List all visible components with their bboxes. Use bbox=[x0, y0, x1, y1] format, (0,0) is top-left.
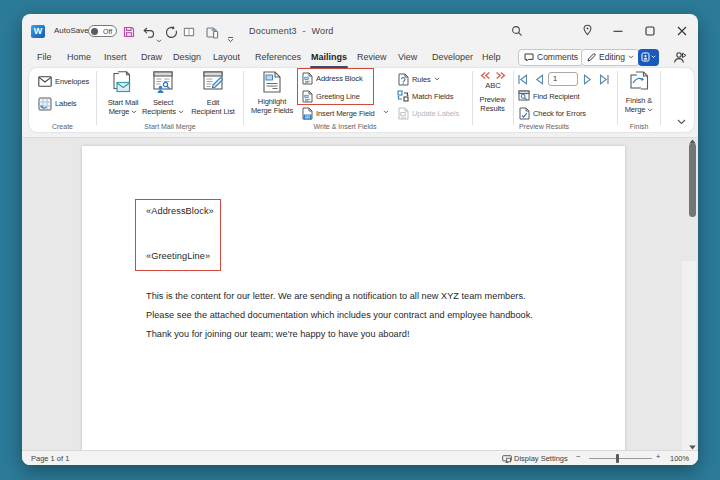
next-record-button[interactable] bbox=[583, 73, 592, 86]
comments-button[interactable]: Comments bbox=[518, 49, 584, 66]
svg-text:ABC: ABC bbox=[485, 81, 501, 90]
undo-dropdown-chevron[interactable] bbox=[156, 29, 162, 47]
find-recipient-button[interactable]: Find Recipient bbox=[518, 89, 580, 103]
word-app-icon[interactable]: W bbox=[31, 25, 45, 38]
document-title: Document3 - Word bbox=[249, 26, 334, 36]
save-icon[interactable] bbox=[123, 26, 136, 38]
envelope-icon bbox=[38, 76, 52, 87]
page-indicator[interactable]: Page 1 of 1 bbox=[31, 454, 69, 463]
address-block-field[interactable]: «AddressBlock» bbox=[146, 206, 214, 216]
insert-merge-field-button[interactable]: Insert Merge Field bbox=[302, 106, 375, 120]
update-labels-button[interactable]: Update Labels bbox=[398, 106, 459, 120]
undo-icon[interactable] bbox=[142, 26, 155, 38]
body-paragraph-2[interactable]: Please see the attached documentation wh… bbox=[146, 310, 533, 320]
tab-home[interactable]: Home bbox=[67, 49, 91, 65]
minimize-button[interactable] bbox=[612, 23, 627, 38]
highlight-merge-fields-button[interactable]: Highlight Merge Fields bbox=[244, 71, 300, 115]
zoom-slider-track[interactable] bbox=[589, 458, 652, 459]
chevron-down-icon bbox=[651, 55, 656, 59]
insert-merge-field-icon bbox=[302, 107, 313, 120]
zoom-slider-thumb[interactable] bbox=[616, 454, 619, 463]
edit-recipient-list-button[interactable]: Edit Recipient List bbox=[185, 71, 241, 116]
tab-layout[interactable]: Layout bbox=[213, 49, 240, 65]
editing-mode-dropdown[interactable]: Editing bbox=[581, 49, 640, 66]
body-paragraph-1[interactable]: This is the content for our letter. We a… bbox=[146, 291, 526, 301]
sync-device-icon[interactable] bbox=[206, 26, 219, 38]
tab-developer[interactable]: Developer bbox=[432, 49, 473, 65]
document-page[interactable]: «AddressBlock» «GreetingLine» This is th… bbox=[82, 146, 625, 450]
zoom-level[interactable]: 100% bbox=[670, 454, 689, 463]
tab-view[interactable]: View bbox=[398, 49, 417, 65]
qat-overflow-chevron[interactable] bbox=[227, 29, 234, 47]
tab-help[interactable]: Help bbox=[482, 49, 501, 65]
chevron-down-icon bbox=[628, 55, 634, 59]
finish-merge-icon bbox=[630, 71, 649, 92]
display-settings-label[interactable]: Display Settings bbox=[514, 454, 568, 463]
rules-icon bbox=[398, 73, 409, 86]
envelopes-label: Envelopes bbox=[55, 77, 89, 86]
update-labels-icon bbox=[398, 107, 409, 120]
chevron-down-icon bbox=[434, 77, 440, 81]
preview-results-button[interactable]: ABC Preview Results bbox=[465, 71, 520, 113]
select-recipients-button[interactable]: Select Recipients bbox=[135, 71, 191, 116]
greeting-line-icon bbox=[302, 90, 313, 103]
autosave-toggle[interactable]: Off bbox=[88, 25, 117, 37]
finish-merge-label-1: Finish & bbox=[611, 96, 667, 105]
match-fields-label: Match Fields bbox=[412, 92, 453, 101]
select-recipients-icon bbox=[153, 71, 174, 94]
tab-review[interactable]: Review bbox=[357, 49, 387, 65]
scrollbar-thumb[interactable] bbox=[689, 143, 696, 217]
last-record-button[interactable] bbox=[599, 73, 610, 86]
display-settings-icon[interactable] bbox=[502, 455, 512, 465]
address-block-icon bbox=[302, 72, 313, 85]
close-button[interactable] bbox=[676, 23, 691, 38]
read-mode-icon[interactable] bbox=[183, 26, 196, 38]
envelopes-button[interactable]: Envelopes bbox=[38, 73, 89, 90]
start-mail-merge-icon bbox=[113, 71, 133, 94]
chevron-down-icon bbox=[647, 108, 653, 112]
record-number-input[interactable]: 1 bbox=[548, 72, 578, 86]
document-canvas[interactable]: «AddressBlock» «GreetingLine» This is th… bbox=[22, 137, 698, 450]
update-labels-label: Update Labels bbox=[412, 109, 459, 118]
edit-recipient-list-label-2: Recipient List bbox=[185, 107, 241, 116]
share-button[interactable] bbox=[638, 49, 659, 66]
presence-people-icon[interactable] bbox=[673, 50, 687, 68]
tab-file[interactable]: File bbox=[37, 49, 52, 65]
tab-insert[interactable]: Insert bbox=[104, 49, 127, 65]
vertical-scrollbar[interactable] bbox=[682, 261, 696, 450]
body-paragraph-3[interactable]: Thank you for joining our team; we're ha… bbox=[146, 329, 409, 339]
search-icon[interactable] bbox=[511, 23, 526, 38]
check-for-errors-button[interactable]: Check for Errors bbox=[519, 106, 586, 120]
redo-icon[interactable] bbox=[165, 26, 178, 38]
maximize-button[interactable] bbox=[644, 23, 659, 38]
highlight-merge-fields-label-2: Merge Fields bbox=[244, 106, 300, 115]
tab-draw[interactable]: Draw bbox=[141, 49, 162, 65]
greeting-line-field[interactable]: «GreetingLine» bbox=[146, 251, 210, 261]
tab-references[interactable]: References bbox=[255, 49, 301, 65]
greeting-line-button[interactable]: Greeting Line bbox=[302, 89, 360, 103]
select-recipients-label-1: Select bbox=[135, 98, 191, 107]
chevron-down-icon bbox=[178, 110, 184, 114]
pin-icon[interactable] bbox=[582, 23, 597, 38]
highlight-merge-fields-icon bbox=[263, 71, 281, 93]
preview-results-icon: ABC bbox=[478, 71, 508, 91]
finish-merge-button[interactable]: Finish & Merge bbox=[611, 71, 667, 114]
tab-design[interactable]: Design bbox=[173, 49, 201, 65]
previous-record-button[interactable] bbox=[535, 73, 544, 86]
group-label-preview-results: Preview Results bbox=[483, 123, 605, 130]
rules-button[interactable]: Rules bbox=[398, 72, 440, 86]
tab-mailings[interactable]: Mailings bbox=[311, 49, 347, 65]
match-fields-button[interactable]: Match Fields bbox=[397, 89, 453, 103]
labels-button[interactable]: Labels bbox=[38, 95, 77, 112]
check-for-errors-label: Check for Errors bbox=[533, 109, 586, 118]
autosave-toggle-knob bbox=[91, 28, 98, 35]
zoom-out-button[interactable]: − bbox=[576, 452, 580, 461]
first-record-button[interactable] bbox=[517, 73, 528, 86]
address-block-button[interactable]: Address Block bbox=[302, 71, 363, 85]
greeting-line-label: Greeting Line bbox=[316, 92, 360, 101]
zoom-in-button[interactable]: + bbox=[656, 452, 660, 461]
start-mail-merge-label-2: Merge bbox=[109, 107, 130, 116]
chevron-down-icon bbox=[383, 110, 389, 114]
finish-merge-label-2: Merge bbox=[625, 105, 646, 114]
collapse-ribbon-chevron[interactable] bbox=[677, 119, 686, 125]
